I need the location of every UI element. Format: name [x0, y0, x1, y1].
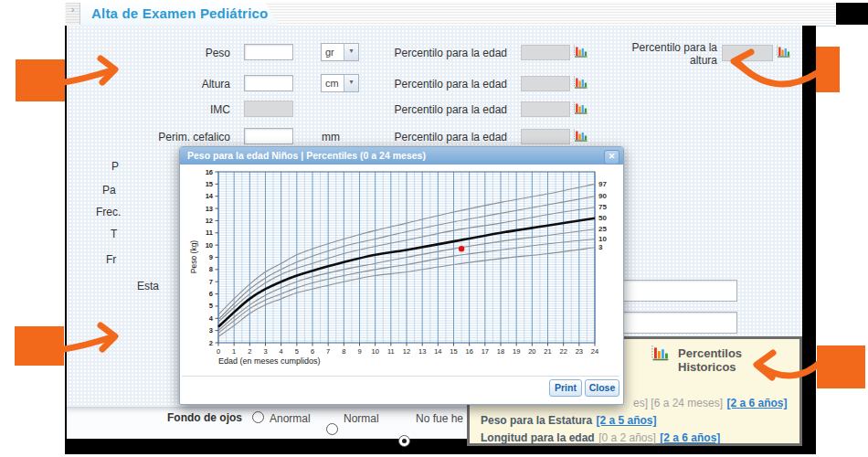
radio-no-fue-hecho-label: No fue he — [416, 412, 463, 425]
annotation-arrow-top-left — [60, 53, 132, 95]
svg-text:9: 9 — [209, 253, 213, 261]
svg-text:6: 6 — [209, 290, 213, 298]
svg-text:4: 4 — [209, 314, 214, 323]
svg-text:50: 50 — [598, 214, 607, 222]
svg-text:10: 10 — [598, 235, 607, 243]
svg-text:3: 3 — [263, 347, 267, 356]
annotation-block-bottom-left — [15, 326, 64, 366]
svg-text:22: 22 — [559, 347, 566, 356]
close-icon[interactable]: ✕ — [604, 150, 619, 165]
covered-label-fragment: T — [111, 228, 117, 240]
bar-chart-icon[interactable] — [573, 128, 587, 145]
svg-text:5: 5 — [295, 347, 299, 356]
historicos-range-link[interactable]: [2 a 6 años] — [727, 397, 788, 409]
percentile-height-label-line2: altura — [628, 54, 717, 67]
svg-text:11: 11 — [387, 347, 395, 356]
svg-text:4: 4 — [280, 347, 283, 356]
svg-text:24: 24 — [591, 347, 598, 356]
svg-text:Edad (en meses cumplidos): Edad (en meses cumplidos) — [218, 356, 321, 366]
svg-text:23: 23 — [576, 347, 583, 356]
svg-text:2: 2 — [209, 339, 213, 347]
svg-text:15: 15 — [206, 180, 213, 188]
bar-chart-icon[interactable] — [573, 44, 587, 61]
svg-text:14: 14 — [434, 347, 441, 356]
svg-text:8: 8 — [342, 347, 345, 356]
historicos-row-label: Longitud para la edad — [481, 431, 595, 444]
radio-anormal[interactable] — [252, 411, 264, 423]
svg-text:75: 75 — [598, 203, 607, 211]
radio-no-fue-hecho[interactable] — [398, 435, 410, 447]
percentile-age-value-1 — [521, 45, 570, 60]
collapse-chevron-icon[interactable]: › — [66, 3, 80, 25]
svg-text:11: 11 — [206, 228, 213, 237]
percentile-age-label-4: Percentilo para la edad — [365, 131, 507, 143]
svg-text:10: 10 — [206, 241, 213, 250]
screenshot-crop-artifact — [836, 3, 868, 25]
svg-text:1: 1 — [232, 347, 236, 356]
historicos-range-muted: [0 a 2 años] — [598, 431, 656, 444]
annotation-block-top-left — [16, 59, 65, 101]
svg-text:8: 8 — [209, 265, 213, 273]
chevron-down-icon: ▾ — [344, 44, 358, 60]
annotation-arrow-bottom-left — [60, 320, 132, 362]
chevron-down-icon: ▾ — [344, 75, 358, 91]
annotation-arrow-bottom-right — [742, 347, 828, 395]
historicos-range-link[interactable]: [2 a 6 años] — [660, 431, 720, 444]
imc-value — [244, 101, 293, 117]
covered-label-fragment: P — [111, 160, 119, 173]
percentile-age-value-3 — [521, 101, 570, 117]
radio-normal-label: Normal — [344, 412, 379, 425]
percentile-height-label-line1: Percentilo para la — [628, 41, 717, 54]
bar-chart-icon[interactable] — [573, 75, 587, 92]
historicos-range-muted: es] [6 a 24 meses] — [633, 397, 723, 409]
svg-text:9: 9 — [357, 347, 361, 356]
peso-unit-value: gr — [322, 47, 344, 58]
percentile-age-label-3: Percentilo para la edad — [365, 103, 507, 116]
growth-chart: 9790755025103234567891011121314151601234… — [187, 167, 615, 367]
screenshot-canvas: › Alta de Examen Pediátrico Peso gr ▾ Pe… — [0, 0, 868, 457]
svg-text:7: 7 — [209, 278, 213, 286]
svg-text:19: 19 — [513, 347, 520, 356]
svg-text:13: 13 — [418, 347, 426, 356]
radio-normal[interactable] — [326, 423, 338, 435]
print-button[interactable]: Print — [549, 379, 582, 397]
svg-text:14: 14 — [206, 192, 214, 200]
svg-text:2: 2 — [248, 347, 251, 356]
peso-input[interactable] — [244, 44, 293, 60]
perim-cefalico-input[interactable] — [244, 128, 293, 144]
growth-chart-modal: Peso para la edad Niños | Percentiles (0… — [179, 146, 624, 405]
percentile-age-value-2 — [521, 76, 570, 91]
svg-text:18: 18 — [497, 347, 504, 356]
bar-chart-icon — [651, 344, 669, 365]
svg-text:Peso (kg): Peso (kg) — [189, 240, 198, 274]
peso-unit-select[interactable]: gr ▾ — [321, 43, 359, 61]
covered-label-fragment: Pa — [102, 184, 116, 197]
svg-text:15: 15 — [450, 347, 457, 356]
altura-unit-select[interactable]: cm ▾ — [321, 74, 359, 92]
svg-text:90: 90 — [598, 192, 607, 200]
radio-anormal-label: Anormal — [270, 412, 311, 425]
percentile-age-label-1: Percentilo para la edad — [365, 47, 507, 59]
svg-text:16: 16 — [206, 168, 213, 176]
close-button[interactable]: Close — [585, 379, 619, 397]
covered-label-fragment: Frec. — [96, 206, 121, 218]
annotation-arrow-top-right — [720, 48, 822, 101]
modal-title: Peso para la edad Niños | Percentiles (0… — [187, 150, 426, 161]
altura-input[interactable] — [244, 75, 293, 91]
historicos-range-link[interactable]: [2 a 5 años] — [597, 414, 657, 427]
covered-label-fragment: Esta — [137, 280, 159, 292]
svg-text:12: 12 — [403, 347, 410, 356]
percentile-age-value-4 — [521, 129, 570, 144]
fondo-de-ojos-label: Fondo de ojos — [167, 411, 242, 424]
svg-text:17: 17 — [482, 347, 489, 356]
svg-text:25: 25 — [598, 225, 607, 233]
bar-chart-icon[interactable] — [573, 101, 587, 118]
historicos-row-label: Peso para la Estatura — [481, 414, 592, 427]
svg-text:7: 7 — [326, 347, 330, 356]
page-title: Alta de Examen Pediátrico — [91, 5, 268, 21]
svg-text:10: 10 — [371, 347, 378, 356]
svg-text:16: 16 — [465, 347, 472, 356]
modal-footer-divider — [182, 376, 619, 377]
covered-label-fragment: Fr — [106, 253, 116, 266]
historicos-row-peso-edad: es] [6 a 24 meses] [2 a 6 años] — [633, 394, 788, 410]
